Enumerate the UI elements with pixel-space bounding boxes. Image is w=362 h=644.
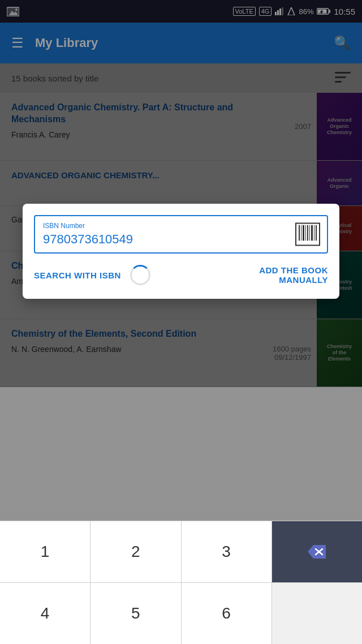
loading-spinner: [130, 265, 150, 285]
key-5[interactable]: 5: [90, 583, 181, 644]
key-4[interactable]: 4: [0, 583, 90, 644]
svg-rect-22: [314, 225, 314, 241]
numeric-keypad: 1 2 3 4 5 6: [0, 521, 362, 644]
svg-rect-16: [301, 225, 301, 241]
svg-rect-20: [309, 225, 310, 241]
isbn-label: ISBN Number: [43, 222, 299, 230]
key-6[interactable]: 6: [182, 583, 272, 644]
key-2[interactable]: 2: [90, 521, 181, 582]
svg-rect-15: [299, 225, 300, 241]
svg-marker-26: [308, 545, 326, 559]
isbn-input-container[interactable]: ISBN Number 9780373610549: [34, 215, 328, 254]
search-isbn-button[interactable]: SEARCH WITH ISBN: [34, 271, 121, 280]
svg-rect-17: [303, 225, 304, 241]
isbn-modal: ISBN Number 9780373610549 SEARCH WITH: [23, 204, 339, 299]
barcode-icon[interactable]: [295, 223, 320, 246]
svg-rect-21: [311, 225, 313, 241]
isbn-value: 9780373610549: [43, 232, 133, 246]
keypad-row-1: 1 2 3: [0, 521, 362, 583]
key-3[interactable]: 3: [182, 521, 272, 582]
isbn-action-left: SEARCH WITH ISBN: [34, 265, 150, 285]
key-1[interactable]: 1: [0, 521, 90, 582]
svg-rect-23: [316, 225, 317, 241]
keypad-row-2: 4 5 6: [0, 583, 362, 644]
svg-rect-19: [307, 225, 308, 241]
svg-rect-18: [305, 225, 306, 241]
key-backspace[interactable]: [272, 521, 362, 582]
isbn-actions: SEARCH WITH ISBN ADD THE BOOKMANUALLY: [34, 265, 328, 285]
key-empty: [272, 583, 362, 644]
add-book-manually-button[interactable]: ADD THE BOOKMANUALLY: [259, 265, 328, 285]
